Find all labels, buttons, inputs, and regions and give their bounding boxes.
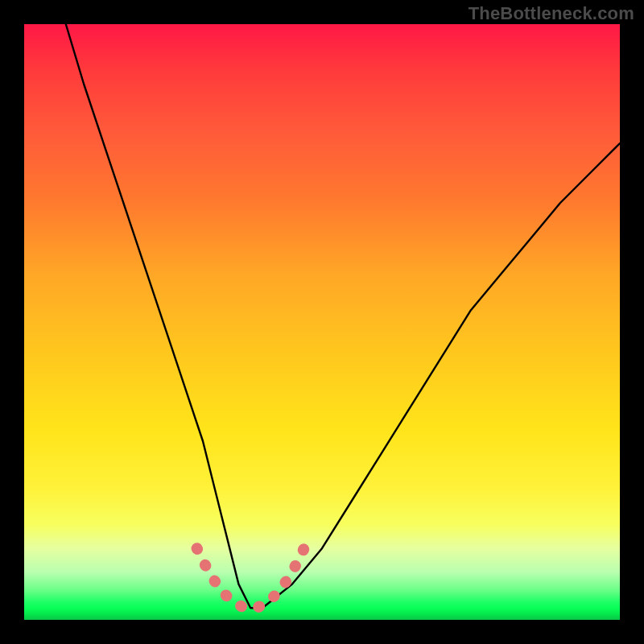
plot-area [24, 24, 620, 620]
curve-svg [24, 24, 620, 620]
highlight-segment-path [197, 548, 304, 608]
watermark-label: TheBottleneck.com [469, 3, 634, 24]
chart-frame: TheBottleneck.com [0, 0, 644, 644]
bottleneck-curve-path [66, 24, 620, 608]
